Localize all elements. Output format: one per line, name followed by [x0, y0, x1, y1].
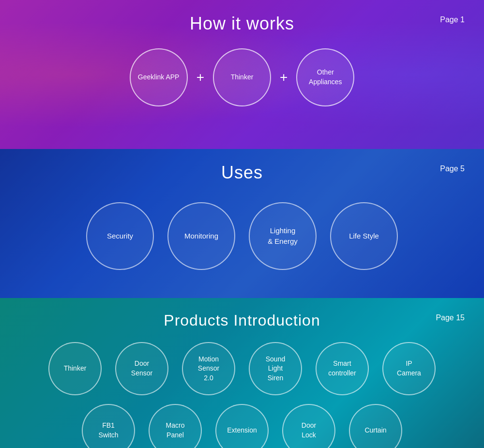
products-row-1: Thinker DoorSensor MotionSensor2.0 Sound…	[48, 342, 436, 395]
section2-header: Uses Page 5	[0, 149, 484, 188]
circle-ip-camera: IPCamera	[382, 342, 436, 395]
plus-icon-2: +	[280, 71, 287, 84]
circle-monitoring: Monitoring	[167, 202, 235, 270]
circle-curtain: Curtain	[349, 404, 402, 448]
section2-page-label: Page 5	[440, 164, 465, 173]
circle-other-appliances: OtherAppliances	[296, 48, 354, 106]
section1-title: How it works	[190, 14, 294, 34]
circle-extension: Extension	[215, 404, 269, 448]
products-grid: Thinker DoorSensor MotionSensor2.0 Sound…	[0, 342, 484, 448]
circle-door-lock: DoorLock	[282, 404, 335, 448]
circle-fb1-switch: FB1Switch	[82, 404, 135, 448]
section1-header: How it works Page 1	[0, 0, 484, 39]
circle-smart-controller: Smartcontroller	[316, 342, 369, 395]
section3-header: Products Introduction Page 15	[0, 298, 484, 334]
section1-circles-row: Geeklink APP + Thinker + OtherAppliances	[130, 48, 355, 106]
section2-title: Uses	[221, 163, 263, 183]
section-how-it-works: How it works Page 1 Geeklink APP + Think…	[0, 0, 484, 149]
circle-macro-panel: MacroPanel	[149, 404, 202, 448]
circle-thinker-product: Thinker	[48, 342, 102, 395]
circle-geeklink-app: Geeklink APP	[130, 48, 188, 106]
plus-icon-1: +	[197, 71, 204, 84]
circle-sound-light-siren: SoundLightSiren	[249, 342, 302, 395]
section3-title: Products Introduction	[164, 312, 320, 329]
circle-security: Security	[86, 202, 154, 270]
circle-thinker: Thinker	[213, 48, 271, 106]
section-products: Products Introduction Page 15 Thinker Do…	[0, 298, 484, 448]
section2-circles-row: Security Monitoring Lighting& Energy Lif…	[86, 202, 398, 270]
section1-page-label: Page 1	[440, 15, 465, 24]
circle-door-sensor: DoorSensor	[115, 342, 168, 395]
circle-lighting-energy: Lighting& Energy	[249, 202, 317, 270]
circle-life-style: Life Style	[330, 202, 398, 270]
section3-page-label: Page 15	[436, 314, 465, 322]
section-uses: Uses Page 5 Security Monitoring Lighting…	[0, 149, 484, 298]
products-row-2: FB1Switch MacroPanel Extension DoorLock …	[82, 404, 402, 448]
circle-motion-sensor: MotionSensor2.0	[182, 342, 235, 395]
